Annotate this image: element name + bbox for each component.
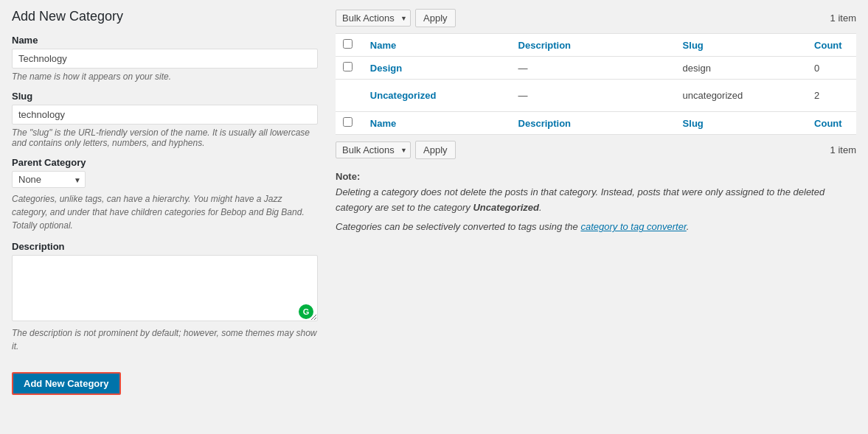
categories-list-panel: Bulk Actions ▼ Apply 1 item Name — [336, 9, 856, 395]
category-name-link[interactable]: Design — [370, 63, 402, 74]
row-name-cell: Uncategorized — [363, 80, 511, 112]
row-name-cell: Design — [363, 57, 511, 80]
bottom-header-count[interactable]: Count — [807, 112, 856, 135]
panel-title: Add New Category — [12, 9, 318, 24]
slug-hint: The "slug" is the URL-friendly version o… — [12, 127, 318, 148]
row-description-cell: — — [511, 57, 676, 80]
bottom-select-all-checkbox[interactable] — [343, 117, 353, 127]
note-paragraph-2: Categories can be selectively converted … — [336, 220, 856, 235]
row-description-cell: — — [511, 80, 676, 112]
parent-category-field-group: Parent Category None ▼ Categories, unlik… — [12, 157, 318, 232]
note-text: Deleting a category does not delete the … — [336, 186, 824, 213]
add-new-category-panel: Add New Category Name The name is how it… — [12, 9, 318, 395]
header-count[interactable]: Count — [807, 34, 856, 57]
note-section: Note: Deleting a category does not delet… — [336, 169, 856, 235]
header-slug[interactable]: Slug — [676, 34, 807, 57]
name-field-group: Name The name is how it appears on your … — [12, 35, 318, 82]
top-bulk-select-wrapper: Bulk Actions ▼ — [336, 10, 411, 27]
slug-input[interactable] — [12, 105, 318, 125]
category-to-tag-converter-link[interactable]: category to tag converter — [580, 221, 686, 232]
category-name-link[interactable]: Uncategorized — [370, 90, 437, 101]
categories-table: Name Description Slug Count — [336, 33, 856, 135]
bottom-header-checkbox-cell — [336, 112, 363, 135]
note-title: Note: — [336, 171, 360, 182]
top-bulk-actions-group: Bulk Actions ▼ Apply — [336, 9, 456, 27]
bottom-header-description[interactable]: Description — [511, 112, 676, 135]
select-all-checkbox[interactable] — [343, 39, 353, 49]
table-bottom-bar: Bulk Actions ▼ Apply 1 item — [336, 141, 856, 159]
row-count-cell: 2 — [807, 80, 856, 112]
parent-select-wrapper: None ▼ — [12, 171, 86, 188]
bottom-header-slug[interactable]: Slug — [676, 112, 807, 135]
note-paragraph-1: Note: Deleting a category does not delet… — [336, 169, 856, 215]
note-period: . — [687, 221, 690, 232]
row-slug-cell: uncategorized — [676, 80, 807, 112]
header-name[interactable]: Name — [363, 34, 511, 57]
name-input[interactable] — [12, 49, 318, 69]
table-top-bar: Bulk Actions ▼ Apply 1 item — [336, 9, 856, 27]
name-hint: The name is how it appears on your site. — [12, 71, 318, 82]
row-checkbox[interactable] — [343, 62, 353, 71]
add-new-category-button[interactable]: Add New Category — [12, 372, 121, 395]
bottom-header-name[interactable]: Name — [363, 112, 511, 135]
name-label: Name — [12, 35, 318, 46]
header-checkbox-cell — [336, 34, 363, 57]
description-hint: The description is not prominent by defa… — [12, 326, 318, 353]
table-row: Design — design 0 — [336, 57, 856, 80]
row-checkbox-cell — [336, 57, 363, 80]
description-label: Description — [12, 241, 318, 252]
description-field-group: Description G The description is not pro… — [12, 241, 318, 353]
row-count-cell: 0 — [807, 57, 856, 80]
note-converter-text: Categories can be selectively converted … — [336, 221, 578, 232]
table-bottom-header-row: Name Description Slug Count — [336, 112, 856, 135]
parent-category-hint: Categories, unlike tags, can have a hier… — [12, 192, 318, 232]
bottom-apply-button[interactable]: Apply — [415, 141, 456, 159]
slug-label: Slug — [12, 91, 318, 102]
header-description[interactable]: Description — [511, 34, 676, 57]
description-textarea[interactable] — [12, 255, 318, 321]
bottom-bulk-actions-select[interactable]: Bulk Actions — [336, 141, 411, 158]
top-apply-button[interactable]: Apply — [415, 9, 456, 27]
row-checkbox-cell — [336, 80, 363, 112]
description-textarea-wrapper: G — [12, 255, 318, 323]
table-row: Uncategorized — uncategorized 2 — [336, 80, 856, 112]
table-header-row: Name Description Slug Count — [336, 34, 856, 57]
parent-category-label: Parent Category — [12, 157, 318, 168]
top-bulk-actions-select[interactable]: Bulk Actions — [336, 10, 411, 27]
bottom-bulk-select-wrapper: Bulk Actions ▼ — [336, 141, 411, 158]
top-item-count: 1 item — [830, 13, 856, 24]
bottom-bulk-actions-group: Bulk Actions ▼ Apply — [336, 141, 456, 159]
slug-field-group: Slug The "slug" is the URL-friendly vers… — [12, 91, 318, 148]
note-uncategorized-bold: Uncategorized — [473, 202, 539, 213]
parent-category-select[interactable]: None — [12, 171, 86, 188]
bottom-item-count: 1 item — [830, 144, 856, 155]
row-slug-cell: design — [676, 57, 807, 80]
